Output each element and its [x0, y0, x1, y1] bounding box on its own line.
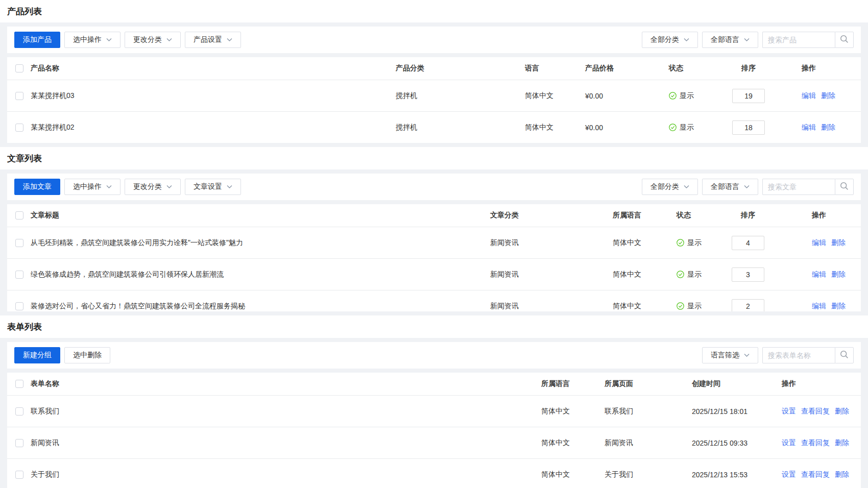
products-search — [762, 32, 854, 48]
form-page: 新闻资讯 — [605, 438, 692, 448]
row-checkbox[interactable] — [15, 302, 23, 310]
view-replies-link[interactable]: 查看回复 — [801, 470, 830, 479]
edit-link[interactable]: 编辑 — [802, 91, 816, 101]
products-select-all-checkbox[interactable] — [15, 64, 23, 72]
articles-language-filter-dropdown[interactable]: 全部语言 — [702, 179, 758, 195]
forms-search-input[interactable] — [762, 347, 835, 363]
row-checkbox[interactable] — [15, 407, 23, 416]
dropdown-label: 全部语言 — [711, 182, 739, 191]
articles-select-all-checkbox[interactable] — [15, 211, 23, 219]
row-checkbox[interactable] — [15, 239, 23, 247]
products-language-filter-dropdown[interactable]: 全部语言 — [702, 32, 758, 48]
delete-link[interactable]: 删除 — [821, 91, 835, 101]
chevron-down-icon — [227, 185, 232, 189]
product-category: 搅拌机 — [396, 123, 525, 132]
column-header: 操作 — [812, 211, 861, 220]
products-search-button[interactable] — [835, 32, 854, 48]
sort-input[interactable] — [732, 236, 764, 250]
products-selected-actions-dropdown[interactable]: 选中操作 — [64, 32, 120, 48]
forms-table: 表单名称 所属语言 所属页面 创建时间 操作 联系我们 简体中文 联系我们 20… — [7, 373, 861, 488]
row-checkbox[interactable] — [15, 271, 23, 279]
table-row: 新闻资讯 简体中文 新闻资讯 2025/12/15 09:33 设置查看回复删除 — [7, 427, 861, 458]
form-language: 简体中文 — [541, 470, 605, 479]
column-header: 操作 — [802, 64, 861, 73]
view-replies-link[interactable]: 查看回复 — [801, 407, 830, 416]
sort-input[interactable] — [732, 267, 764, 282]
form-name: 联系我们 — [31, 407, 541, 416]
articles-search-button[interactable] — [835, 179, 854, 195]
articles-category-filter-dropdown[interactable]: 全部分类 — [642, 179, 698, 195]
row-checkbox[interactable] — [15, 92, 23, 100]
settings-link[interactable]: 设置 — [782, 470, 796, 479]
forms-section-header: 表单列表 — [0, 315, 868, 338]
articles-toolbar: 添加文章 选中操作 更改分类 文章设置 全部分类 全部语言 — [7, 174, 861, 200]
article-category: 新闻资讯 — [490, 270, 613, 279]
column-header: 所属语言 — [613, 211, 677, 220]
delete-link[interactable]: 删除 — [835, 438, 849, 448]
article-title: 装修选对公司，省心又省力！鼎筑空间建筑装修公司全流程服务揭秘 — [31, 302, 490, 311]
chevron-down-icon — [744, 38, 750, 42]
delete-selected-button[interactable]: 选中删除 — [64, 347, 110, 363]
dropdown-label: 更改分类 — [133, 35, 162, 44]
edit-link[interactable]: 编辑 — [812, 238, 826, 248]
delete-link[interactable]: 删除 — [835, 407, 849, 416]
column-header: 状态 — [677, 211, 732, 220]
articles-selected-actions-dropdown[interactable]: 选中操作 — [64, 179, 120, 195]
articles-section-header: 文章列表 — [0, 147, 868, 169]
table-row: 某某搅拌机02 搅拌机 简体中文 ¥0.00 显示 编辑删除 — [7, 111, 861, 143]
chevron-down-icon — [166, 185, 172, 189]
article-language: 简体中文 — [613, 270, 677, 279]
sort-input[interactable] — [732, 120, 765, 135]
sort-input[interactable] — [732, 299, 764, 312]
products-settings-dropdown[interactable]: 产品设置 — [185, 32, 241, 48]
column-header: 所属页面 — [605, 379, 692, 388]
edit-link[interactable]: 编辑 — [812, 270, 826, 279]
form-created-time: 2025/12/15 09:33 — [692, 439, 782, 447]
forms-toolbar: 新建分组 选中删除 语言筛选 — [7, 342, 861, 369]
delete-link[interactable]: 删除 — [831, 238, 846, 248]
edit-link[interactable]: 编辑 — [812, 302, 826, 311]
settings-link[interactable]: 设置 — [782, 438, 796, 448]
forms-select-all-checkbox[interactable] — [15, 380, 23, 388]
delete-link[interactable]: 删除 — [835, 470, 849, 479]
products-change-category-dropdown[interactable]: 更改分类 — [125, 32, 181, 48]
delete-link[interactable]: 删除 — [831, 270, 846, 279]
delete-link[interactable]: 删除 — [821, 123, 835, 132]
products-category-filter-dropdown[interactable]: 全部分类 — [642, 32, 698, 48]
column-header: 所属语言 — [541, 379, 605, 388]
row-checkbox[interactable] — [15, 471, 23, 479]
table-row: 某某搅拌机03 搅拌机 简体中文 ¥0.00 显示 编辑删除 — [7, 80, 861, 111]
articles-settings-dropdown[interactable]: 文章设置 — [185, 179, 241, 195]
articles-search-input[interactable] — [762, 179, 835, 195]
dropdown-label: 选中操作 — [73, 35, 102, 44]
sort-input[interactable] — [732, 89, 765, 103]
edit-link[interactable]: 编辑 — [802, 123, 816, 132]
row-checkbox[interactable] — [15, 439, 23, 447]
add-product-button[interactable]: 添加产品 — [14, 32, 60, 48]
article-category: 新闻资讯 — [490, 238, 613, 248]
delete-link[interactable]: 删除 — [831, 302, 846, 311]
chevron-down-icon — [106, 38, 112, 42]
forms-language-filter-dropdown[interactable]: 语言筛选 — [702, 347, 758, 363]
forms-search-button[interactable] — [835, 347, 854, 363]
articles-search — [762, 179, 854, 195]
articles-change-category-dropdown[interactable]: 更改分类 — [125, 179, 181, 195]
new-group-button[interactable]: 新建分组 — [14, 347, 60, 363]
add-article-button[interactable]: 添加文章 — [14, 179, 60, 195]
status-visible-icon — [677, 271, 684, 278]
column-header: 排序 — [732, 64, 802, 73]
table-row: 从毛坯到精装，鼎筑空间建筑装修公司用实力诠释"一站式装修"魅力 新闻资讯 简体中… — [7, 227, 861, 258]
view-replies-link[interactable]: 查看回复 — [801, 438, 830, 448]
product-language: 简体中文 — [525, 123, 585, 132]
settings-link[interactable]: 设置 — [782, 407, 796, 416]
products-search-input[interactable] — [762, 32, 835, 48]
status-visible-icon — [669, 92, 677, 100]
table-row: 绿色装修成趋势，鼎筑空间建筑装修公司引领环保人居新潮流 新闻资讯 简体中文 显示… — [7, 258, 861, 290]
search-icon — [840, 350, 849, 360]
articles-section-title: 文章列表 — [7, 153, 42, 164]
products-table-header-row: 产品名称 产品分类 语言 产品价格 状态 排序 操作 — [7, 57, 861, 80]
forms-section-title: 表单列表 — [7, 321, 42, 333]
form-page: 联系我们 — [605, 407, 692, 416]
row-checkbox[interactable] — [15, 124, 23, 132]
chevron-down-icon — [106, 185, 112, 189]
